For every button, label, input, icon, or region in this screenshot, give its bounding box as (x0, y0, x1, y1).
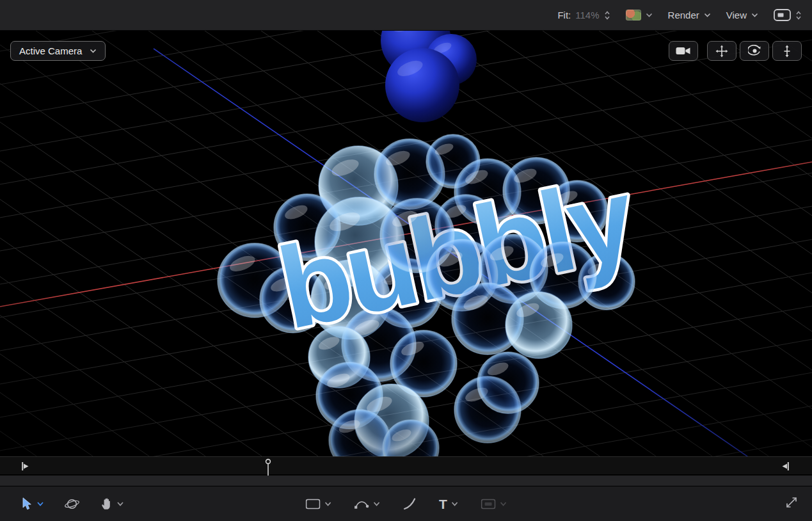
text-tool-glyph: T (439, 497, 447, 511)
expand-view-button[interactable] (785, 496, 798, 511)
chevron-down-icon[interactable] (117, 502, 123, 506)
top-toolbar: Fit: 114% Render View (0, 0, 812, 31)
render-menu[interactable]: Render (668, 10, 711, 20)
camera-controls (669, 41, 802, 61)
timing-pane-divider[interactable] (0, 475, 812, 486)
view-menu[interactable]: View (726, 10, 758, 20)
camera-view-button[interactable] (669, 41, 698, 61)
mask-tool-disabled (481, 499, 507, 509)
chevron-down-icon (500, 502, 507, 506)
orbit-sphere-icon (64, 497, 80, 511)
dolly-arrows-icon (783, 45, 792, 58)
pan-camera-button[interactable] (707, 41, 736, 61)
play-range-end-marker[interactable] (781, 461, 789, 471)
orbit-camera-button[interactable] (740, 41, 769, 61)
pan-arrows-icon (715, 45, 728, 58)
zoom-fit-control[interactable]: Fit: 114% (557, 10, 610, 20)
mask-rectangle-icon (481, 499, 496, 509)
select-transform-tool[interactable] (22, 497, 44, 510)
expand-diagonal-icon (785, 496, 798, 509)
chevron-down-icon[interactable] (373, 502, 379, 506)
motion-app-window: Fit: 114% Render View (0, 0, 812, 521)
stepper-icon[interactable] (795, 10, 802, 20)
camcorder-icon (676, 46, 691, 56)
bottom-toolbar: T (0, 486, 812, 521)
orbit-arrow-icon (748, 45, 761, 57)
camera-select-label: Active Camera (19, 45, 82, 56)
fit-value: 114% (575, 10, 599, 20)
playhead[interactable] (265, 458, 271, 476)
paint-stroke-tool[interactable] (402, 497, 416, 510)
mini-timeline[interactable] (0, 456, 812, 475)
canvas-viewport[interactable]: bubbly Active Camera (0, 31, 812, 456)
vignette-overlay (0, 31, 812, 456)
rectangle-shape-tool[interactable] (305, 499, 331, 509)
view-menu-label: View (726, 10, 747, 20)
pan-view-tool[interactable] (100, 497, 123, 510)
rectangle-icon (305, 499, 320, 509)
create-tools-group: T (305, 497, 507, 511)
3d-transform-tool[interactable] (64, 497, 80, 511)
dolly-camera-button[interactable] (772, 41, 802, 61)
hand-icon (100, 497, 113, 510)
stepper-icon[interactable] (604, 10, 610, 20)
display-layout-control[interactable] (774, 9, 802, 21)
chevron-down-icon (704, 13, 711, 17)
chevron-down-icon[interactable] (37, 502, 44, 506)
camera-select-menu[interactable]: Active Camera (10, 41, 106, 61)
brush-stroke-icon (402, 497, 416, 510)
chevron-down-icon (90, 49, 97, 53)
chevron-down-icon (646, 13, 653, 17)
play-range-start-marker[interactable] (22, 461, 29, 471)
chevron-down-icon[interactable] (452, 502, 458, 506)
chevron-down-icon[interactable] (324, 502, 331, 506)
bezier-curve-icon (354, 498, 369, 510)
chevron-down-icon (751, 13, 758, 17)
text-tool[interactable]: T (439, 497, 458, 511)
preview-thumbnail-menu[interactable] (626, 10, 653, 20)
fit-label: Fit: (557, 10, 571, 20)
cursor-arrow-icon (22, 497, 33, 510)
transform-tools-group (22, 497, 123, 511)
preview-thumbnail (626, 10, 641, 20)
render-menu-label: Render (668, 10, 699, 20)
bezier-tool[interactable] (354, 498, 379, 510)
display-icon (774, 9, 791, 21)
canvas-scene[interactable]: bubbly (0, 31, 812, 456)
